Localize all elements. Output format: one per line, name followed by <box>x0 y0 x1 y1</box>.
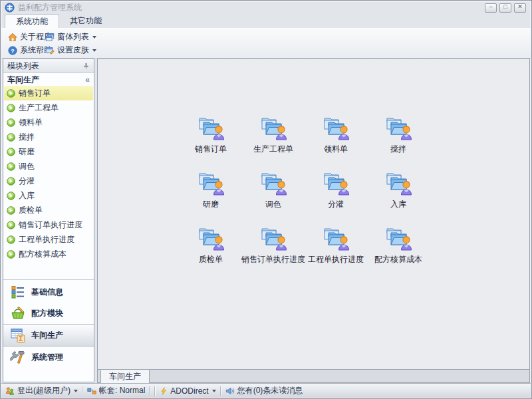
document-area: 销售订单 生产工程单 领料单 搅拌 研磨 调色 <box>97 59 530 370</box>
logout-label: 登出(超级用户) <box>17 385 70 396</box>
sidebar-nav-buttons: 基础信息 配方模块 Σ 车间生产 <box>3 281 94 368</box>
nav-workshop-production[interactable]: Σ 车间生产 <box>3 324 94 346</box>
shortcut-sales-order-progress[interactable]: 销售订单执行进度 <box>242 220 305 275</box>
shortcut-quality-inspection[interactable]: 质检单 <box>180 220 242 275</box>
sidebar-item-material-requisition[interactable]: 领料单 <box>4 115 93 130</box>
green-arrow-icon <box>7 192 15 200</box>
nav-label: 车间生产 <box>31 330 63 341</box>
set-skin-button[interactable]: 设置皮肤 <box>43 44 99 57</box>
shortcut-label: 搅拌 <box>390 144 406 155</box>
shortcut-label: 研磨 <box>203 199 219 210</box>
svg-text:?: ? <box>11 47 14 54</box>
title-bar: 益利配方管理系统 – □ ✕ <box>1 1 531 14</box>
green-arrow-icon <box>7 133 15 142</box>
folder-user-icon <box>196 225 226 252</box>
shortcut-formula-cost[interactable]: 配方核算成本 <box>367 220 430 275</box>
shortcut-label: 调色 <box>265 199 281 210</box>
status-bar: 登出(超级用户) 帐套: Normal ADODirect <box>1 383 531 398</box>
shortcut-filling[interactable]: 分灌 <box>305 165 367 220</box>
green-arrow-icon <box>7 89 15 98</box>
users-icon <box>5 386 15 396</box>
window-list-label: 窗体列表 <box>57 31 89 43</box>
shortcut-label: 入库 <box>390 199 406 210</box>
nav-formula-module[interactable]: 配方模块 <box>3 303 94 324</box>
sidebar-item-label: 分灌 <box>19 176 35 187</box>
dropdown-arrow-icon <box>212 390 216 392</box>
svg-text:Σ: Σ <box>19 335 23 342</box>
shortcut-tinting[interactable]: 调色 <box>242 165 305 220</box>
minimize-button[interactable]: – <box>485 3 497 13</box>
ado-provider-label: ADODirect <box>170 386 208 396</box>
nav-basic-info[interactable]: 基础信息 <box>3 281 94 303</box>
green-arrow-icon <box>7 148 15 156</box>
green-arrow-icon <box>7 104 15 112</box>
sidebar-item-label: 销售订单执行进度 <box>19 219 82 231</box>
window-list-button[interactable]: 窗体列表 <box>43 31 99 43</box>
folder-user-icon <box>196 115 226 142</box>
sidebar-item-label: 生产工程单 <box>19 102 59 114</box>
shortcut-label: 领料单 <box>324 144 348 155</box>
sidebar-item-tinting[interactable]: 调色 <box>4 159 93 174</box>
unread-messages-label: 您有(0)条未读消息 <box>237 385 303 396</box>
folder-user-icon <box>196 170 226 197</box>
document-tab-workshop-production[interactable]: 车间生产 <box>100 370 150 384</box>
table-sigma-icon: Σ <box>10 327 26 343</box>
tab-other-functions[interactable]: 其它功能 <box>59 14 112 28</box>
ado-provider-button[interactable]: ADODirect <box>160 386 215 396</box>
collapse-icon[interactable]: « <box>85 75 90 84</box>
account-set-label: 帐套: Normal <box>99 385 145 396</box>
sidebar-item-label: 销售订单 <box>19 88 51 99</box>
shortcut-production-order[interactable]: 生产工程单 <box>242 110 305 165</box>
document-tab-strip: 车间生产 <box>97 370 530 383</box>
module-sidebar: 模块列表 车间生产 « 销售订单 生产工程单 领料单 <box>3 59 94 382</box>
sidebar-item-mixing[interactable]: 搅拌 <box>4 130 93 144</box>
tab-system-functions[interactable]: 系统功能 <box>5 14 59 28</box>
sidebar-item-filling[interactable]: 分灌 <box>4 174 93 188</box>
sidebar-group-header[interactable]: 车间生产 « <box>3 73 94 86</box>
logout-button[interactable]: 登出(超级用户) <box>5 385 78 396</box>
sidebar-item-quality-inspection[interactable]: 质检单 <box>4 203 93 217</box>
nav-label: 基础信息 <box>31 287 63 298</box>
shortcut-mixing[interactable]: 搅拌 <box>367 110 430 165</box>
window-title: 益利配方管理系统 <box>18 2 82 13</box>
green-arrow-icon <box>7 162 15 171</box>
skin-icon <box>45 46 55 55</box>
status-separator <box>220 386 221 396</box>
shortcut-project-order-progress[interactable]: 工程单执行进度 <box>305 220 367 275</box>
shortcut-sales-order[interactable]: 销售订单 <box>180 110 242 165</box>
green-arrow-icon <box>7 118 15 127</box>
ribbon-panel: 关于程序 窗体列表 ? 系统帮助 设置皮肤 <box>1 28 531 59</box>
lightning-icon <box>160 386 168 396</box>
sidebar-item-project-order-progress[interactable]: 工程单执行进度 <box>4 232 93 247</box>
folder-user-icon <box>383 115 414 142</box>
sidebar-item-grinding[interactable]: 研磨 <box>4 144 93 159</box>
set-skin-label: 设置皮肤 <box>57 45 89 56</box>
close-button[interactable]: ✕ <box>514 3 526 13</box>
sidebar-item-sales-order-progress[interactable]: 销售订单执行进度 <box>4 217 93 232</box>
sidebar-item-sales-order[interactable]: 销售订单 <box>4 86 93 100</box>
sidebar-item-warehousing[interactable]: 入库 <box>4 188 93 203</box>
nav-system-management[interactable]: 系统管理 <box>3 346 94 368</box>
dropdown-arrow-icon <box>92 49 96 52</box>
dropdown-arrow-icon <box>92 36 96 39</box>
sidebar-item-production-order[interactable]: 生产工程单 <box>4 100 93 115</box>
shortcut-material-requisition[interactable]: 领料单 <box>305 110 367 165</box>
folder-user-icon <box>321 115 351 142</box>
speaker-icon <box>225 386 235 396</box>
connection-icon <box>87 386 96 396</box>
green-arrow-icon <box>7 221 15 229</box>
list-icon <box>10 284 26 300</box>
shortcut-label: 生产工程单 <box>253 144 293 155</box>
status-separator <box>154 386 156 396</box>
shortcut-grinding[interactable]: 研磨 <box>180 165 242 220</box>
unread-messages-indicator[interactable]: 您有(0)条未读消息 <box>225 385 303 396</box>
sidebar-item-formula-cost[interactable]: 配方核算成本 <box>4 247 93 261</box>
maximize-button[interactable]: □ <box>499 3 511 13</box>
shortcut-warehousing[interactable]: 入库 <box>367 165 430 220</box>
sidebar-header: 模块列表 <box>3 59 94 73</box>
folder-user-icon <box>258 225 289 252</box>
shortcut-label: 销售订单执行进度 <box>241 254 305 265</box>
sidebar-item-label: 领料单 <box>19 117 43 128</box>
pin-icon[interactable] <box>82 63 90 70</box>
account-set-indicator[interactable]: 帐套: Normal <box>87 385 145 396</box>
